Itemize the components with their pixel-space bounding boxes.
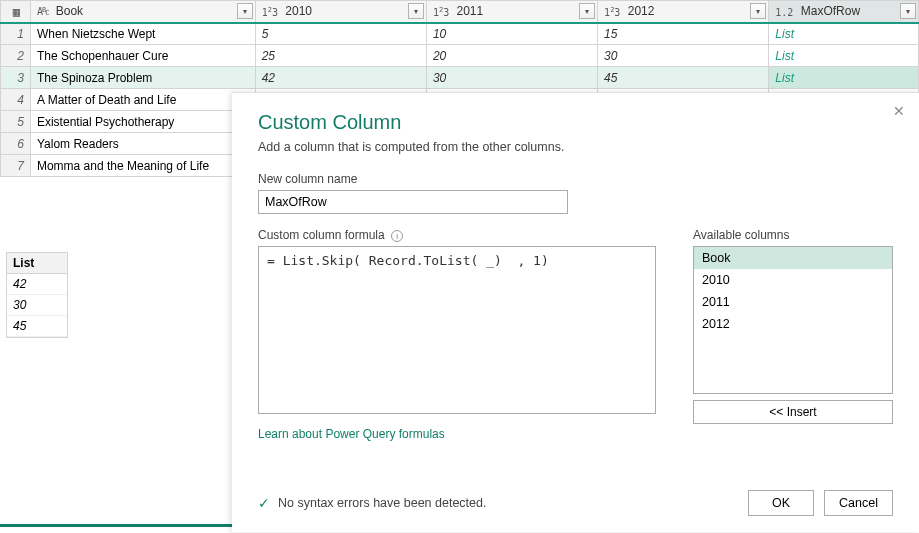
cell-book: Momma and the Meaning of Life [30,155,255,177]
formula-label: Custom column formula i [258,228,667,242]
cell-maxofrow[interactable]: List [769,45,919,67]
cell-2011: 20 [426,45,597,67]
check-icon: ✓ [258,495,270,511]
text-type-icon: ABC [37,7,48,17]
column-label: 2010 [285,4,312,18]
number-type-icon: 123 [262,6,278,18]
learn-formulas-link[interactable]: Learn about Power Query formulas [258,427,445,441]
dialog-title: Custom Column [258,111,893,134]
filter-dropdown-icon[interactable]: ▾ [900,3,916,19]
column-label: 2012 [628,4,655,18]
new-column-name-label: New column name [258,172,893,186]
table-row[interactable]: 3The Spinoza Problem423045List [1,67,919,89]
cell-book: The Schopenhauer Cure [30,45,255,67]
row-number-cell: 6 [1,133,31,155]
number-type-icon: 123 [604,6,620,18]
syntax-status: ✓ No syntax errors have been detected. [258,495,486,511]
close-icon[interactable]: ✕ [893,103,905,119]
cell-2010: 5 [255,23,426,45]
table-row[interactable]: 2The Schopenhauer Cure252030List [1,45,919,67]
list-item: 30 [7,295,67,316]
cell-2010: 25 [255,45,426,67]
row-number-cell: 2 [1,45,31,67]
list-preview-header: List [7,253,67,274]
cell-2011: 30 [426,67,597,89]
list-item: 45 [7,316,67,337]
info-icon[interactable]: i [391,230,403,242]
cell-maxofrow[interactable]: List [769,23,919,45]
decimal-type-icon: 1.2 [775,7,793,18]
cell-maxofrow[interactable]: List [769,67,919,89]
number-type-icon: 123 [433,6,449,18]
row-number-cell: 7 [1,155,31,177]
cell-2012: 45 [598,67,769,89]
column-header-2011[interactable]: 123 2011 ▾ [426,1,597,23]
row-number-cell: 3 [1,67,31,89]
list-item: 42 [7,274,67,295]
custom-column-dialog: ✕ Custom Column Add a column that is com… [232,92,919,532]
new-column-name-input[interactable] [258,190,568,214]
cell-2010: 42 [255,67,426,89]
available-column-item[interactable]: 2010 [694,269,892,291]
column-label: MaxOfRow [801,4,860,18]
cell-book: Yalom Readers [30,133,255,155]
available-column-item[interactable]: 2011 [694,291,892,313]
cell-2012: 30 [598,45,769,67]
list-preview-panel: List 42 30 45 [6,252,68,338]
row-number-header[interactable]: ▦ [1,1,31,23]
table-icon: ▦ [13,5,20,19]
filter-dropdown-icon[interactable]: ▾ [237,3,253,19]
accent-border [0,524,232,527]
filter-dropdown-icon[interactable]: ▾ [408,3,424,19]
cell-book: Existential Psychotherapy [30,111,255,133]
cell-2011: 10 [426,23,597,45]
row-number-cell: 4 [1,89,31,111]
row-number-cell: 1 [1,23,31,45]
filter-dropdown-icon[interactable]: ▾ [750,3,766,19]
filter-dropdown-icon[interactable]: ▾ [579,3,595,19]
column-header-book[interactable]: ABC Book ▾ [30,1,255,23]
cell-book: A Matter of Death and Life [30,89,255,111]
cancel-button[interactable]: Cancel [824,490,893,516]
column-header-2012[interactable]: 123 2012 ▾ [598,1,769,23]
column-header-maxofrow[interactable]: 1.2 MaxOfRow ▾ [769,1,919,23]
column-label: 2011 [457,4,484,18]
column-label: Book [56,4,83,18]
insert-button[interactable]: << Insert [693,400,893,424]
row-number-cell: 5 [1,111,31,133]
formula-input[interactable] [258,246,656,414]
available-columns-list[interactable]: Book 2010 2011 2012 [693,246,893,394]
table-row[interactable]: 1When Nietzsche Wept51015List [1,23,919,45]
cell-book: The Spinoza Problem [30,67,255,89]
cell-book: When Nietzsche Wept [30,23,255,45]
available-column-item[interactable]: 2012 [694,313,892,335]
available-columns-label: Available columns [693,228,893,242]
cell-2012: 15 [598,23,769,45]
available-column-item[interactable]: Book [694,247,892,269]
dialog-description: Add a column that is computed from the o… [258,140,893,154]
column-header-2010[interactable]: 123 2010 ▾ [255,1,426,23]
ok-button[interactable]: OK [748,490,814,516]
syntax-status-text: No syntax errors have been detected. [278,496,486,510]
